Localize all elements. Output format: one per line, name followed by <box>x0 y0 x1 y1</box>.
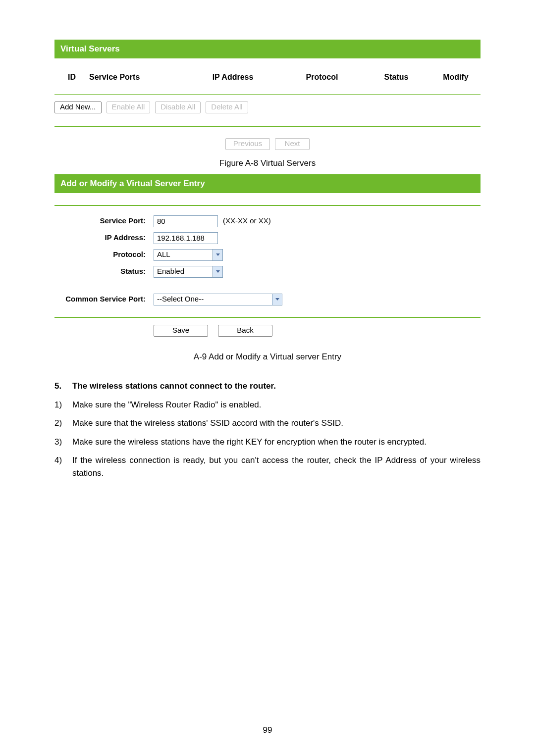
item-num: 4) <box>54 454 72 479</box>
enable-all-button[interactable]: Enable All <box>107 101 151 113</box>
q5-text: The wireless stations cannot connect to … <box>72 380 481 393</box>
label-service-port: Service Port: <box>54 215 154 227</box>
delete-all-button[interactable]: Delete All <box>206 101 248 113</box>
add-new-button[interactable]: Add New... <box>54 101 102 113</box>
ip-address-input[interactable] <box>154 232 218 244</box>
disable-all-button[interactable]: Disable All <box>155 101 201 113</box>
chevron-down-icon <box>213 266 222 277</box>
vs-action-row: Add New... Enable All Disable All Delete… <box>54 95 481 117</box>
chevron-down-icon <box>213 250 222 260</box>
col-status: Status <box>362 71 431 83</box>
item-num: 2) <box>54 417 72 430</box>
item-text: If the wireless connection is ready, but… <box>72 454 481 479</box>
troubleshoot-section: 5. The wireless stations cannot connect … <box>54 368 481 482</box>
col-service-ports: Service Ports <box>89 71 183 83</box>
vs-table-header: ID Service Ports IP Address Protocol Sta… <box>54 58 481 94</box>
add-modify-title: Add or Modify a Virtual Server Entry <box>54 174 481 193</box>
service-port-hint: (XX-XX or XX) <box>218 215 271 227</box>
back-button[interactable]: Back <box>218 325 272 337</box>
label-common-service-port: Common Service Port: <box>54 294 154 305</box>
form-action-row: Save Back <box>54 318 481 337</box>
figure-a9-caption: A-9 Add or Modify a Virtual server Entry <box>54 337 481 368</box>
col-id: ID <box>54 71 89 83</box>
vs-entry-form: Service Port: (XX-XX or XX) IP Address: … <box>54 206 481 308</box>
service-port-input[interactable] <box>154 215 218 227</box>
save-button[interactable]: Save <box>154 325 208 337</box>
col-ip-address: IP Address <box>183 71 282 83</box>
status-value: Enabled <box>157 266 184 277</box>
label-status: Status: <box>54 266 154 277</box>
page-number: 99 <box>0 724 535 737</box>
label-protocol: Protocol: <box>54 249 154 260</box>
figure-a8-caption: Figure A-8 Virtual Servers <box>54 154 481 175</box>
item-text: Make sure the "Wireless Router Radio" is… <box>72 399 481 411</box>
item-num: 3) <box>54 436 72 449</box>
common-service-port-select[interactable]: --Select One-- <box>154 294 282 305</box>
chevron-down-icon <box>272 294 282 305</box>
previous-button[interactable]: Previous <box>225 138 270 150</box>
item-text: Make sure the wireless stations have the… <box>72 436 481 449</box>
protocol-select[interactable]: ALL <box>154 249 223 261</box>
common-service-value: --Select One-- <box>157 294 204 305</box>
label-ip-address: IP Address: <box>54 232 154 244</box>
item-num: 1) <box>54 399 72 411</box>
col-modify: Modify <box>431 71 481 83</box>
item-text: Make sure that the wireless stations' SS… <box>72 417 481 430</box>
next-button[interactable]: Next <box>275 138 310 150</box>
status-select[interactable]: Enabled <box>154 266 223 278</box>
col-protocol: Protocol <box>282 71 362 83</box>
vs-pagination-row: Previous Next <box>54 127 481 154</box>
protocol-value: ALL <box>157 249 170 260</box>
q5-number: 5. <box>54 380 72 393</box>
virtual-servers-title: Virtual Servers <box>54 40 481 58</box>
